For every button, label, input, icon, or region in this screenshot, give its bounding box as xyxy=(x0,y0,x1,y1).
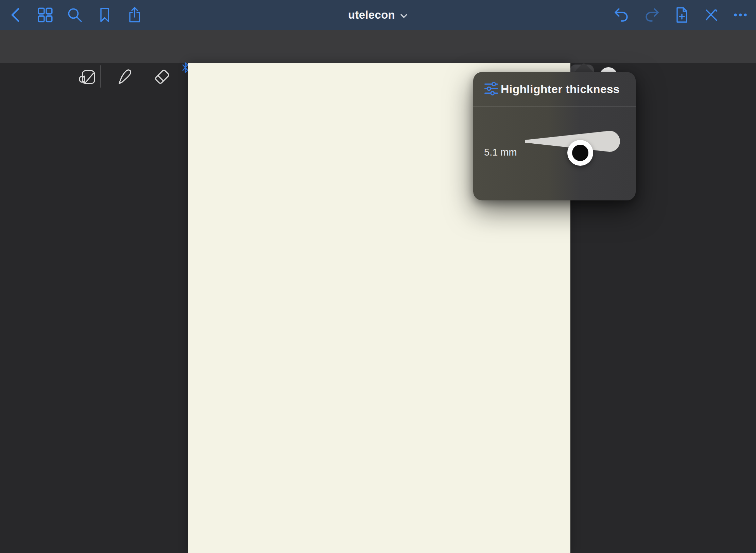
navigation-bar: utelecon xyxy=(0,0,756,30)
title-chevron-down-icon xyxy=(400,13,408,19)
pen-tool-icon xyxy=(114,67,134,87)
redo-icon xyxy=(643,6,660,23)
toolbar-divider xyxy=(100,65,101,88)
thickness-slider-handle-dot xyxy=(572,145,588,161)
redo-button[interactable] xyxy=(642,5,662,24)
stylus-mode-icon xyxy=(703,7,719,23)
undo-button[interactable] xyxy=(612,5,631,24)
undo-icon xyxy=(613,6,630,23)
popover-title: Highlighter thickness xyxy=(473,72,636,106)
read-only-mode-button[interactable] xyxy=(76,66,98,88)
more-ellipsis-icon xyxy=(732,6,749,23)
stylus-mode-button[interactable] xyxy=(702,5,721,24)
notebook-title: utelecon xyxy=(348,8,395,21)
add-page-icon xyxy=(673,6,689,24)
thickness-slider-handle[interactable] xyxy=(567,140,593,166)
add-page-button[interactable] xyxy=(672,5,691,24)
tool-bar xyxy=(0,30,756,63)
pen-tool-button[interactable] xyxy=(113,66,135,88)
more-button[interactable] xyxy=(731,5,750,24)
read-only-mode-icon xyxy=(77,67,97,87)
thickness-value-label: 5.1 mm xyxy=(484,147,517,158)
eraser-tool-button[interactable] xyxy=(151,66,173,88)
highlighter-thickness-popover: Highlighter thickness 5.1 mm xyxy=(473,72,636,200)
eraser-tool-icon xyxy=(152,67,172,87)
popover-header: Highlighter thickness xyxy=(473,72,636,107)
